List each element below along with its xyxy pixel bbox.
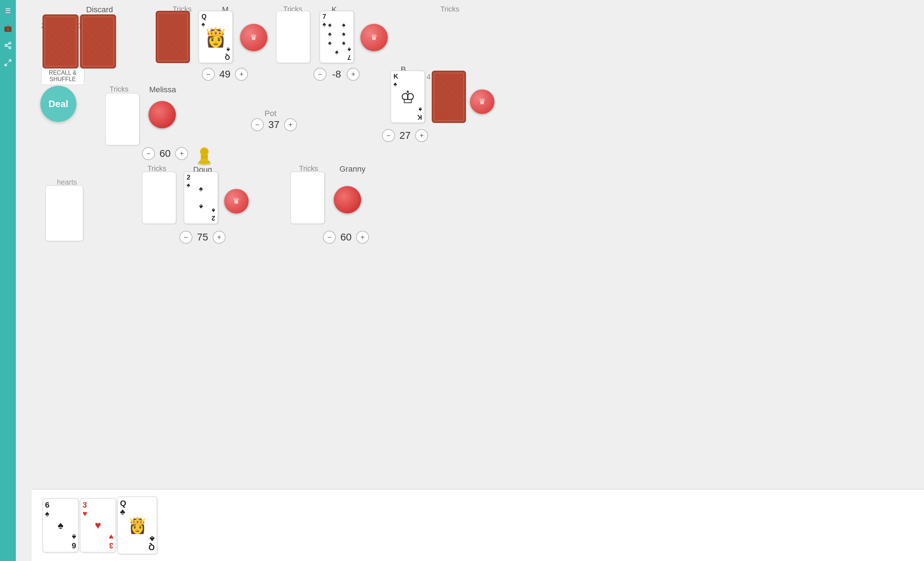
- melissa-score-minus[interactable]: −: [142, 147, 155, 160]
- doug-empty-card: [142, 171, 176, 224]
- granny-empty-card: [291, 171, 325, 224]
- hand-area: 6♠ ♠ 6♠ 3♥ ♥ 3♥ Q♣ 👸 Q♣: [32, 489, 924, 561]
- game-area: RECALL & SHUFFLE Deal Discard 22 10 Tric…: [16, 0, 924, 561]
- share-icon[interactable]: [3, 41, 13, 51]
- b-card-count: 4: [427, 73, 430, 81]
- melissa-token: [148, 101, 176, 128]
- hand-card-3-hearts[interactable]: 3♥ ♥ 3♥: [80, 498, 116, 552]
- b-score-value: 27: [398, 130, 412, 141]
- b-score-ctrl: − 27 +: [382, 129, 428, 142]
- hearts-zone-card: [45, 185, 83, 241]
- doug-score-minus[interactable]: −: [180, 231, 192, 244]
- svg-point-2: [9, 47, 11, 49]
- doug-score-plus[interactable]: +: [213, 231, 226, 244]
- svg-point-1: [5, 44, 7, 47]
- b-score-minus[interactable]: −: [382, 129, 395, 142]
- sidebar: ☰ 💼: [0, 0, 16, 561]
- b-token: [470, 89, 494, 114]
- pot-plus[interactable]: +: [284, 118, 297, 131]
- doug-score-value: 75: [195, 232, 210, 243]
- discard-card-2: [80, 14, 116, 69]
- melissa-score-ctrl: − 60 +: [142, 147, 188, 160]
- pot-minus[interactable]: −: [251, 118, 264, 131]
- svg-line-6: [5, 63, 7, 66]
- hand-card-6-spades[interactable]: 6♠ ♠ 6♠: [42, 498, 78, 552]
- granny-name-label: Granny: [339, 164, 365, 174]
- granny-score-value: 60: [339, 232, 353, 243]
- melissa-score-plus[interactable]: +: [175, 147, 188, 160]
- briefcase-icon[interactable]: 💼: [3, 23, 13, 33]
- granny-score-ctrl: − 60 +: [323, 231, 369, 244]
- k-face-card[interactable]: 7♠ ♠♠ ♠♠ ♠♠ ♠ 7♠: [320, 11, 354, 63]
- menu-icon[interactable]: ☰: [3, 6, 13, 16]
- doug-token: [224, 189, 249, 214]
- svg-line-5: [9, 60, 11, 62]
- discard-card-1: [42, 14, 78, 69]
- discard-label: Discard: [86, 5, 113, 14]
- melissa-empty-card: [105, 93, 140, 145]
- pot-label: Pot: [264, 109, 276, 118]
- svg-line-4: [7, 44, 9, 45]
- m-score-plus[interactable]: +: [235, 68, 248, 81]
- m-token: [240, 24, 267, 51]
- pot-score-ctrl: − 37 +: [251, 118, 297, 131]
- melissa-score-value: 60: [158, 148, 172, 159]
- m-score-minus[interactable]: −: [202, 68, 215, 81]
- granny-token: [334, 186, 361, 214]
- b-face-card[interactable]: K♠ ♔ K♠: [391, 71, 425, 123]
- expand-icon[interactable]: [3, 58, 13, 68]
- doug-score-ctrl: − 75 +: [180, 231, 226, 244]
- k-score-value: -8: [329, 69, 344, 80]
- k-score-plus[interactable]: +: [346, 68, 360, 81]
- k-score-minus[interactable]: −: [314, 68, 327, 81]
- k-score-ctrl: − -8 +: [314, 68, 360, 81]
- b-score-plus[interactable]: +: [415, 129, 428, 142]
- doug-face-card[interactable]: 2♠ ♠ ♠ 2♠: [184, 171, 218, 224]
- k-token: [360, 24, 388, 51]
- melissa-name-label: Melissa: [149, 85, 176, 95]
- m-score-value: 49: [218, 69, 232, 80]
- b-card-back: [432, 71, 466, 123]
- k-empty-card: [276, 11, 310, 63]
- pot-value: 37: [267, 119, 281, 131]
- svg-point-0: [9, 42, 11, 44]
- hand-card-q-clubs[interactable]: Q♣ 👸 Q♣: [117, 496, 157, 554]
- granny-score-minus[interactable]: −: [323, 231, 336, 244]
- deal-button[interactable]: Deal: [40, 86, 76, 122]
- m-card-back: [156, 11, 190, 63]
- doug-pawn: [195, 143, 214, 165]
- b-tricks-label: Tricks: [440, 5, 459, 14]
- m-score-ctrl: − 49 +: [202, 68, 248, 81]
- melissa-tricks-label: Tricks: [110, 85, 129, 93]
- recall-shuffle-button[interactable]: RECALL & SHUFFLE: [41, 67, 84, 85]
- svg-point-12: [201, 149, 207, 155]
- svg-line-3: [7, 46, 9, 47]
- m-face-card[interactable]: Q♠ 👸 Q♠: [199, 11, 233, 63]
- granny-score-plus[interactable]: +: [356, 231, 369, 244]
